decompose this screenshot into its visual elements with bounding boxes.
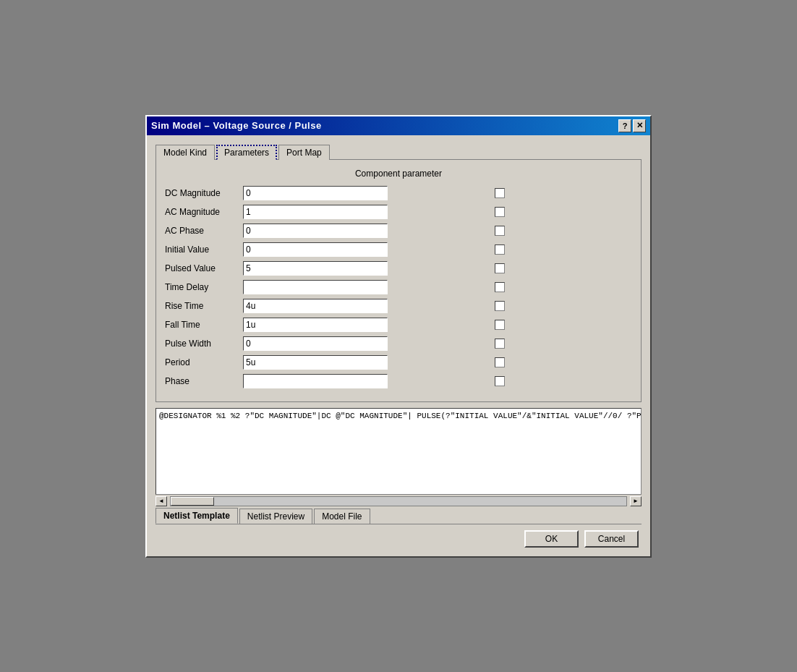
param-label-ac-magnitude: AC Magnitude — [165, 207, 237, 217]
param-label-phase: Phase — [165, 376, 237, 386]
param-label-period: Period — [165, 357, 237, 367]
cancel-button[interactable]: Cancel — [584, 530, 639, 548]
param-checkbox-pulsed-value[interactable] — [495, 263, 505, 273]
window-content: Model Kind Parameters Port Map Component… — [147, 135, 650, 556]
param-row-initial-value: Initial Value — [165, 242, 632, 257]
param-input-fall-time[interactable] — [243, 318, 388, 332]
ok-button[interactable]: OK — [524, 530, 579, 548]
title-bar: Sim Model – Voltage Source / Pulse ? ✕ — [147, 116, 650, 135]
param-input-phase[interactable] — [243, 374, 388, 388]
param-label-pulse-width: Pulse Width — [165, 339, 237, 349]
param-checkbox-period[interactable] — [495, 357, 505, 367]
param-input-dc-magnitude[interactable] — [243, 186, 388, 200]
tab-model-file[interactable]: Model File — [314, 509, 370, 524]
tab-parameters[interactable]: Parameters — [216, 145, 277, 160]
main-window: Sim Model – Voltage Source / Pulse ? ✕ M… — [145, 115, 652, 558]
param-row-ac-magnitude: AC Magnitude — [165, 205, 632, 219]
param-input-ac-phase[interactable] — [243, 224, 388, 238]
param-input-initial-value[interactable] — [243, 242, 388, 257]
param-label-ac-phase: AC Phase — [165, 226, 237, 236]
help-button[interactable]: ? — [618, 119, 631, 132]
param-checkbox-ac-magnitude[interactable] — [495, 207, 505, 217]
param-input-ac-magnitude[interactable] — [243, 205, 388, 219]
button-row: OK Cancel — [153, 524, 644, 550]
param-checkbox-pulse-width[interactable] — [495, 339, 505, 349]
component-parameter-header: Component parameter — [165, 169, 632, 179]
param-label-rise-time: Rise Time — [165, 301, 237, 311]
param-checkbox-dc-magnitude[interactable] — [495, 188, 505, 198]
parameters-panel: Component parameter DC Magnitude AC Magn… — [155, 159, 642, 402]
tab-netlist-template[interactable]: Netlist Template — [155, 508, 238, 524]
param-row-pulsed-value: Pulsed Value — [165, 261, 632, 276]
param-row-time-delay: Time Delay — [165, 280, 632, 294]
param-label-pulsed-value: Pulsed Value — [165, 263, 237, 273]
param-checkbox-phase[interactable] — [495, 376, 505, 386]
netlist-section: @DESIGNATOR %1 %2 ?"DC MAGNITUDE"|DC @"D… — [155, 408, 642, 495]
param-row-phase: Phase — [165, 374, 632, 388]
scroll-left-button[interactable]: ◄ — [155, 496, 167, 506]
param-label-dc-magnitude: DC Magnitude — [165, 188, 237, 198]
close-button[interactable]: ✕ — [633, 119, 646, 132]
param-checkbox-initial-value[interactable] — [495, 244, 505, 255]
param-checkbox-rise-time[interactable] — [495, 301, 505, 311]
param-row-ac-phase: AC Phase — [165, 224, 632, 238]
scrollbar-thumb[interactable] — [171, 497, 214, 506]
title-bar-buttons: ? ✕ — [618, 119, 646, 132]
scroll-right-button[interactable]: ► — [630, 496, 642, 506]
tab-port-map[interactable]: Port Map — [278, 145, 330, 160]
param-input-pulse-width[interactable] — [243, 336, 388, 351]
param-label-fall-time: Fall Time — [165, 320, 237, 330]
param-checkbox-fall-time[interactable] — [495, 320, 505, 330]
horizontal-scrollbar: ◄ ► — [155, 496, 642, 506]
param-input-period[interactable] — [243, 355, 388, 370]
tab-bar: Model Kind Parameters Port Map — [153, 141, 644, 159]
param-row-dc-magnitude: DC Magnitude — [165, 186, 632, 200]
param-input-pulsed-value[interactable] — [243, 261, 388, 276]
param-row-rise-time: Rise Time — [165, 299, 632, 313]
param-checkbox-ac-phase[interactable] — [495, 226, 505, 236]
param-input-time-delay[interactable] — [243, 280, 388, 294]
param-input-rise-time[interactable] — [243, 299, 388, 313]
param-row-period: Period — [165, 355, 632, 370]
param-label-time-delay: Time Delay — [165, 282, 237, 292]
param-row-fall-time: Fall Time — [165, 318, 632, 332]
tab-netlist-preview[interactable]: Netlist Preview — [239, 509, 312, 524]
netlist-text: @DESIGNATOR %1 %2 ?"DC MAGNITUDE"|DC @"D… — [156, 409, 641, 423]
tab-model-kind[interactable]: Model Kind — [155, 145, 215, 160]
param-row-pulse-width: Pulse Width — [165, 336, 632, 351]
param-label-initial-value: Initial Value — [165, 244, 237, 255]
scrollbar-track[interactable] — [170, 496, 627, 506]
window-title: Sim Model – Voltage Source / Pulse — [151, 120, 322, 131]
param-checkbox-time-delay[interactable] — [495, 282, 505, 292]
bottom-tab-bar: Netlist Template Netlist Preview Model F… — [155, 508, 642, 524]
